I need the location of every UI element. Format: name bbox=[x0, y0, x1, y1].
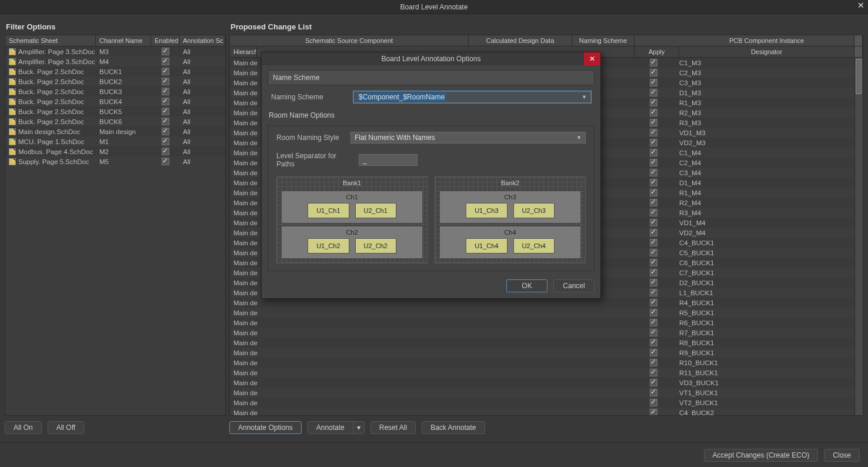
enabled-checkbox[interactable] bbox=[162, 148, 169, 155]
filter-row[interactable]: Modbus. Page 4.SchDocM2All bbox=[5, 146, 225, 156]
apply-checkbox[interactable] bbox=[650, 359, 657, 366]
change-row[interactable]: Main de bbox=[230, 358, 631, 368]
apply-checkbox[interactable] bbox=[650, 229, 657, 236]
designator-row[interactable]: R3_M4 bbox=[631, 208, 854, 218]
room-naming-style-select[interactable]: Flat Numeric With Names ▼ bbox=[350, 132, 586, 144]
apply-checkbox[interactable] bbox=[650, 179, 657, 186]
designator-row[interactable]: D2_BUCK1 bbox=[631, 278, 854, 288]
apply-checkbox[interactable] bbox=[650, 169, 657, 176]
designator-row[interactable]: VD3_BUCK1 bbox=[631, 378, 854, 388]
col-designator[interactable]: Designator bbox=[679, 46, 854, 57]
designator-row[interactable]: VD1_M4 bbox=[631, 218, 854, 228]
apply-checkbox[interactable] bbox=[650, 239, 657, 246]
filter-row[interactable]: Amplifier. Page 3.SchDocM4All bbox=[5, 56, 225, 66]
designator-row[interactable]: VD1_M3 bbox=[631, 128, 854, 138]
apply-checkbox[interactable] bbox=[650, 399, 657, 406]
apply-checkbox[interactable] bbox=[650, 369, 657, 376]
apply-checkbox[interactable] bbox=[650, 149, 657, 156]
filter-row[interactable]: Supply. Page 5.SchDocM5All bbox=[5, 156, 225, 166]
filter-row[interactable]: Buck. Page 2.SchDocBUCK6All bbox=[5, 116, 225, 126]
designator-row[interactable]: C3_M3 bbox=[631, 78, 854, 88]
change-row[interactable]: Main de bbox=[230, 348, 631, 358]
col-enabled[interactable]: Enabled bbox=[151, 35, 179, 46]
col-schematic-sheet[interactable]: Schematic Sheet bbox=[5, 35, 96, 46]
apply-checkbox[interactable] bbox=[650, 389, 657, 396]
apply-checkbox[interactable] bbox=[650, 79, 657, 86]
enabled-checkbox[interactable] bbox=[162, 138, 169, 145]
accept-changes-button[interactable]: Accept Changes (Create ECO) bbox=[704, 449, 819, 462]
col-naming-scheme[interactable]: Naming Scheme bbox=[572, 35, 635, 46]
annotate-dropdown-button[interactable]: ▾ bbox=[353, 422, 364, 433]
designator-row[interactable]: R6_BUCK1 bbox=[631, 318, 854, 328]
apply-checkbox[interactable] bbox=[650, 159, 657, 166]
enabled-checkbox[interactable] bbox=[162, 48, 169, 55]
designator-row[interactable]: VT1_BUCK1 bbox=[631, 388, 854, 398]
change-row[interactable]: Main de bbox=[230, 378, 631, 388]
designator-row[interactable]: R2_M4 bbox=[631, 198, 854, 208]
apply-checkbox[interactable] bbox=[650, 339, 657, 346]
all-off-button[interactable]: All Off bbox=[48, 421, 84, 434]
enabled-checkbox[interactable] bbox=[162, 98, 169, 105]
change-row[interactable]: Main de bbox=[230, 328, 631, 338]
cancel-button[interactable]: Cancel bbox=[553, 279, 595, 292]
apply-checkbox[interactable] bbox=[650, 329, 657, 336]
change-row[interactable]: Main de bbox=[230, 408, 631, 415]
back-annotate-button[interactable]: Back Annotate bbox=[422, 421, 485, 434]
apply-checkbox[interactable] bbox=[650, 119, 657, 126]
apply-checkbox[interactable] bbox=[650, 59, 657, 66]
apply-checkbox[interactable] bbox=[650, 99, 657, 106]
apply-checkbox[interactable] bbox=[650, 69, 657, 76]
filter-row[interactable]: Main design.SchDocMain designAll bbox=[5, 126, 225, 136]
designator-row[interactable]: C2_M4 bbox=[631, 158, 854, 168]
col-apply[interactable]: Apply bbox=[635, 46, 679, 57]
designator-row[interactable]: R11_BUCK1 bbox=[631, 368, 854, 378]
apply-checkbox[interactable] bbox=[650, 319, 657, 326]
enabled-checkbox[interactable] bbox=[162, 78, 169, 85]
change-row[interactable]: Main de bbox=[230, 338, 631, 348]
designator-row[interactable]: R9_BUCK1 bbox=[631, 348, 854, 358]
designator-row[interactable]: C4_BUCK1 bbox=[631, 238, 854, 248]
change-row[interactable]: Main de bbox=[230, 388, 631, 398]
apply-checkbox[interactable] bbox=[650, 89, 657, 96]
apply-checkbox[interactable] bbox=[650, 209, 657, 216]
apply-checkbox[interactable] bbox=[650, 349, 657, 356]
scrollbar-thumb[interactable] bbox=[856, 59, 862, 94]
close-icon[interactable]: ✕ bbox=[857, 1, 864, 9]
designator-row[interactable]: C7_BUCK1 bbox=[631, 268, 854, 278]
apply-checkbox[interactable] bbox=[650, 289, 657, 296]
change-row[interactable]: Main de bbox=[230, 308, 631, 318]
apply-checkbox[interactable] bbox=[650, 279, 657, 286]
enabled-checkbox[interactable] bbox=[162, 58, 169, 65]
designator-row[interactable]: C5_BUCK1 bbox=[631, 248, 854, 258]
col-pcb-instance[interactable]: PCB Component Instance bbox=[679, 35, 854, 46]
designator-row[interactable]: C1_M4 bbox=[631, 148, 854, 158]
apply-checkbox[interactable] bbox=[650, 129, 657, 136]
close-button[interactable]: Close bbox=[824, 449, 860, 462]
enabled-checkbox[interactable] bbox=[162, 88, 169, 95]
apply-checkbox[interactable] bbox=[650, 109, 657, 116]
designator-row[interactable]: R3_M3 bbox=[631, 118, 854, 128]
designator-row[interactable]: C2_M3 bbox=[631, 68, 854, 78]
apply-checkbox[interactable] bbox=[650, 219, 657, 226]
filter-row[interactable]: Buck. Page 2.SchDocBUCK1All bbox=[5, 66, 225, 76]
apply-checkbox[interactable] bbox=[650, 139, 657, 146]
annotate-options-button[interactable]: Annotate Options bbox=[229, 421, 302, 434]
designator-row[interactable]: VD2_M3 bbox=[631, 138, 854, 148]
designator-row[interactable]: R2_M3 bbox=[631, 108, 854, 118]
designator-row[interactable]: R1_M4 bbox=[631, 188, 854, 198]
col-calculated[interactable]: Calculated Design Data bbox=[469, 35, 572, 46]
designator-row[interactable]: R10_BUCK1 bbox=[631, 358, 854, 368]
col-channel-name[interactable]: Channel Name bbox=[96, 35, 151, 46]
apply-checkbox[interactable] bbox=[650, 189, 657, 196]
designator-row[interactable]: C3_M4 bbox=[631, 168, 854, 178]
change-row[interactable]: Main de bbox=[230, 298, 631, 308]
apply-checkbox[interactable] bbox=[650, 409, 657, 415]
designator-row[interactable]: R8_BUCK1 bbox=[631, 338, 854, 348]
change-row[interactable]: Main de bbox=[230, 318, 631, 328]
enabled-checkbox[interactable] bbox=[162, 128, 169, 135]
dialog-title-bar[interactable]: Board Level Annotation Options ✕ bbox=[262, 52, 600, 65]
apply-checkbox[interactable] bbox=[650, 199, 657, 206]
designator-row[interactable]: VD2_M4 bbox=[631, 228, 854, 238]
level-separator-input[interactable]: _ bbox=[359, 154, 418, 166]
apply-checkbox[interactable] bbox=[650, 379, 657, 386]
